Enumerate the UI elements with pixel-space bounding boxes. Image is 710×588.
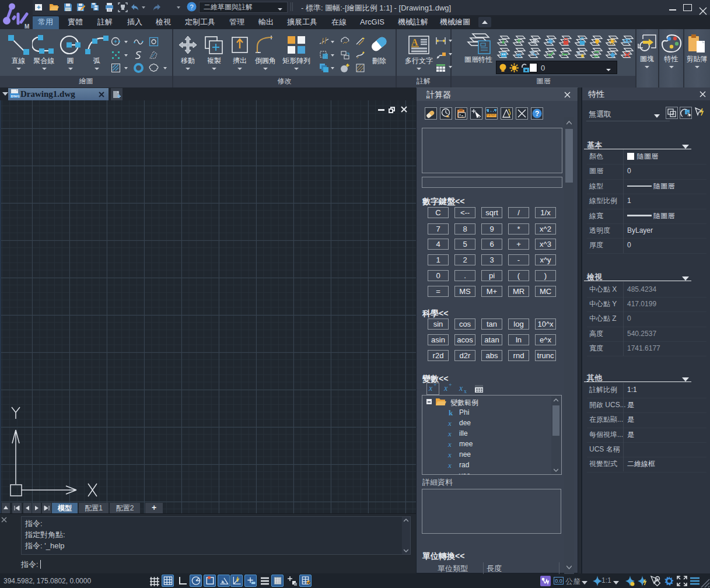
svg-text:A: A: [411, 37, 418, 47]
svg-text:DWG: DWG: [11, 94, 20, 98]
svg-text:M: M: [25, 23, 29, 29]
svg-text:?: ?: [190, 4, 194, 10]
svg-text:?: ?: [535, 110, 539, 118]
